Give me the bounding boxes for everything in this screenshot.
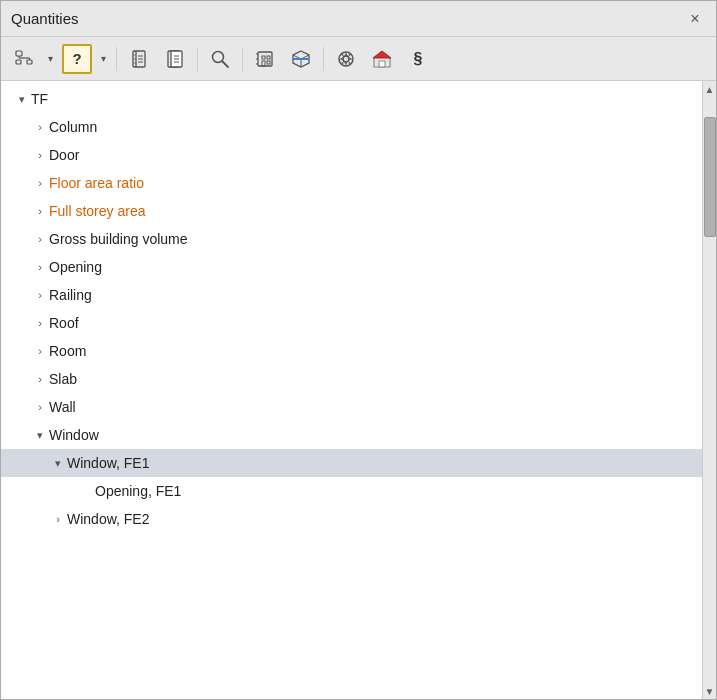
tree-item-slab[interactable]: › Slab [1,365,702,393]
home-icon [371,48,393,70]
scrollbar-thumb[interactable] [704,117,716,237]
label-window-fe1: Window, FE1 [67,455,149,471]
label-window: Window [49,427,99,443]
toolbar: ▾ ? ▾ [1,37,716,81]
toggle-railing[interactable]: › [31,286,49,304]
tree-item-gross-building-volume[interactable]: › Gross building volume [1,225,702,253]
quantities-window: Quantities × ▾ ? ▾ [0,0,717,700]
toggle-window[interactable]: ▾ [31,426,49,444]
separator-3 [242,47,243,71]
label-roof: Roof [49,315,79,331]
toggle-door[interactable]: › [31,146,49,164]
svg-point-19 [213,51,224,62]
notebook2-icon [164,48,186,70]
notebook2-button[interactable] [159,43,191,75]
toggle-full-storey-area[interactable]: › [31,202,49,220]
tree-item-column[interactable]: › Column [1,113,702,141]
search-button[interactable] [204,43,236,75]
tree-panel: ▾ TF › Column › Door › Floor area ratio [1,81,702,699]
tree-item-room[interactable]: › Room [1,337,702,365]
tree-item-floor-area-ratio[interactable]: › Floor area ratio [1,169,702,197]
content-area: ▾ TF › Column › Door › Floor area ratio [1,81,716,699]
settings-button[interactable] [330,43,362,75]
svg-rect-22 [262,56,265,59]
section-button[interactable]: § [402,43,434,75]
separator-2 [197,47,198,71]
toggle-opening[interactable]: › [31,258,49,276]
label-room: Room [49,343,86,359]
label-railing: Railing [49,287,92,303]
tree-item-full-storey-area[interactable]: › Full storey area [1,197,702,225]
close-button[interactable]: × [684,8,706,30]
tree-item-opening-fe1[interactable]: › Opening, FE1 [1,477,702,505]
label-opening: Opening [49,259,102,275]
svg-rect-1 [16,60,21,64]
tree-nav-icon [14,48,36,70]
help-dropdown-button[interactable]: ▾ [96,43,110,75]
notebook-button[interactable] [123,43,155,75]
toggle-column[interactable]: › [31,118,49,136]
building-button[interactable] [249,43,281,75]
scrollbar[interactable]: ▲ ▼ [702,81,716,699]
tree-nav-button[interactable] [9,43,41,75]
svg-rect-2 [27,60,32,64]
title-bar: Quantities × [1,1,716,37]
section-icon: § [414,50,423,68]
building-icon [254,48,276,70]
scroll-up-button[interactable]: ▲ [703,81,716,97]
label-door: Door [49,147,79,163]
toggle-gross-building-volume[interactable]: › [31,230,49,248]
toggle-floor-area-ratio[interactable]: › [31,174,49,192]
label-opening-fe1: Opening, FE1 [95,483,181,499]
label-floor-area-ratio: Floor area ratio [49,175,144,191]
label-slab: Slab [49,371,77,387]
help-button[interactable]: ? [62,44,92,74]
svg-rect-25 [267,61,270,64]
svg-line-20 [223,61,229,67]
toggle-room[interactable]: › [31,342,49,360]
window-title: Quantities [11,10,79,27]
separator-1 [116,47,117,71]
settings-icon [335,48,357,70]
tree-item-roof[interactable]: › Roof [1,309,702,337]
label-column: Column [49,119,97,135]
tree-item-wall[interactable]: › Wall [1,393,702,421]
svg-rect-0 [16,51,22,56]
svg-rect-39 [379,61,385,67]
tree-item-door[interactable]: › Door [1,141,702,169]
tree-item-opening[interactable]: › Opening [1,253,702,281]
toggle-window-fe1[interactable]: ▾ [49,454,67,472]
svg-point-35 [343,56,349,62]
cube-icon [290,48,312,70]
label-gross-building-volume: Gross building volume [49,231,188,247]
tree-item-railing[interactable]: › Railing [1,281,702,309]
tree-item-window-fe1[interactable]: ▾ Window, FE1 [1,449,702,477]
home-button[interactable] [366,43,398,75]
toggle-window-fe2[interactable]: › [49,510,67,528]
scroll-down-button[interactable]: ▼ [703,683,716,699]
tree-item-tf[interactable]: ▾ TF [1,85,702,113]
label-full-storey-area: Full storey area [49,203,145,219]
notebook-icon [128,48,150,70]
help-icon: ? [72,50,81,67]
toggle-wall[interactable]: › [31,398,49,416]
label-wall: Wall [49,399,76,415]
toggle-slab[interactable]: › [31,370,49,388]
tree-item-window-fe2[interactable]: › Window, FE2 [1,505,702,533]
svg-marker-38 [373,51,391,58]
separator-4 [323,47,324,71]
search-icon [209,48,231,70]
tree-nav-section: ▾ [9,43,58,75]
label-tf: TF [31,91,48,107]
tree-item-window[interactable]: ▾ Window [1,421,702,449]
cube-button[interactable] [285,43,317,75]
label-window-fe2: Window, FE2 [67,511,149,527]
svg-rect-24 [262,61,265,66]
toggle-tf[interactable]: ▾ [13,90,31,108]
toggle-roof[interactable]: › [31,314,49,332]
tree-nav-dropdown-button[interactable]: ▾ [42,43,58,75]
svg-rect-23 [267,56,270,59]
